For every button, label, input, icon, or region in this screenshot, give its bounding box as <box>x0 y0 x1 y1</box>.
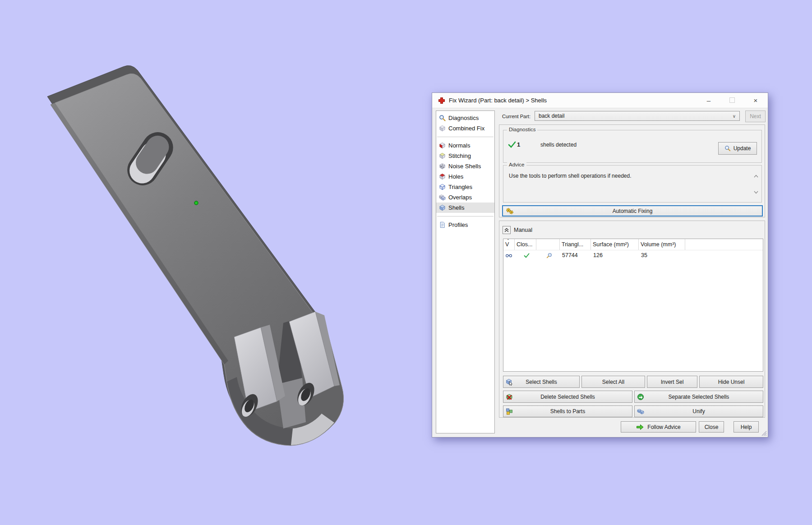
cubes-to-parts-icon <box>506 408 513 415</box>
shell-row[interactable]: 57744 126 35 <box>503 250 763 260</box>
scroll-up-icon[interactable] <box>753 173 759 179</box>
glasses-icon <box>506 253 512 258</box>
surface-value: 126 <box>591 252 639 258</box>
scroll-down-icon[interactable] <box>753 189 759 195</box>
sidebar-item-overlaps[interactable]: Overlaps <box>436 192 494 203</box>
sidebar-item-stitching[interactable]: Stitching <box>436 151 494 161</box>
triangles-value: 57744 <box>560 252 591 258</box>
check-icon <box>524 253 530 258</box>
sidebar-item-diagnostics[interactable]: Diagnostics <box>436 113 494 123</box>
sidebar-item-label: Triangles <box>448 184 472 190</box>
sidebar-item-triangles[interactable]: Triangles <box>436 182 494 192</box>
sidebar-item-label: Noise Shells <box>448 163 481 170</box>
advice-group-label: Advice <box>507 162 526 167</box>
automatic-fixing-label: Automatic Fixing <box>613 208 653 214</box>
sidebar-item-normals[interactable]: Normals <box>436 140 494 151</box>
column-header-inspect[interactable] <box>536 239 560 250</box>
document-icon <box>439 221 446 228</box>
sidebar-item-label: Stitching <box>448 152 471 159</box>
manual-label: Manual <box>514 227 532 233</box>
follow-advice-button[interactable]: Follow Advice <box>621 421 696 433</box>
close-window-button[interactable]: × <box>747 93 765 107</box>
cube-delete-icon <box>506 393 513 401</box>
cube-blue-icon <box>439 204 446 211</box>
cube-cursor-icon <box>506 378 513 386</box>
select-shells-label: Select Shells <box>526 379 557 385</box>
cube-stitch-icon <box>439 152 446 159</box>
sort-ascending-icon: ⌃ <box>507 239 510 243</box>
desktop: { "window": { "title": "Fix Wizard (Part… <box>0 0 812 525</box>
separate-selected-shells-button[interactable]: Separate Selected Shells <box>634 391 763 403</box>
double-chevron-up-icon <box>504 228 509 232</box>
table-header-row: ⌃ V Clos... Triangl... Surface (mm²) Vol… <box>503 239 763 250</box>
gears-icon <box>506 207 514 215</box>
automatic-fixing-button[interactable]: Automatic Fixing <box>502 205 763 216</box>
shells-to-parts-button[interactable]: Shells to Parts <box>503 405 632 417</box>
fix-wizard-dialog: Fix Wizard (Part: back detail) > Shells … <box>432 92 768 438</box>
minimize-button[interactable]: – <box>700 93 718 107</box>
cube-dots-icon <box>439 163 446 170</box>
sidebar-item-holes[interactable]: Holes <box>436 171 494 182</box>
hide-unselected-button[interactable]: Hide Unsel <box>699 376 763 388</box>
close-button[interactable]: Close <box>699 421 724 433</box>
advice-group: Advice Use the tools to perform shell op… <box>503 165 762 203</box>
fix-wizard-cross-icon <box>438 97 445 104</box>
cube-separate-icon <box>637 393 644 401</box>
diagnostics-group: Diagnostics 1 shells detected Update <box>503 130 762 163</box>
sidebar-item-label: Shells <box>448 204 464 211</box>
column-header-volume[interactable]: Volume (mm³) <box>639 239 685 250</box>
check-icon <box>508 141 516 148</box>
sidebar-item-profiles[interactable]: Profiles <box>436 220 494 230</box>
cube-red-face-icon <box>439 142 446 149</box>
column-header-triangles[interactable]: Triangl... <box>560 239 591 250</box>
sidebar-item-label: Profiles <box>448 221 468 228</box>
sidebar-item-noise-shells[interactable]: Noise Shells <box>436 161 494 171</box>
unify-cubes-icon <box>637 408 644 415</box>
sidebar-item-label: Normals <box>448 142 470 149</box>
maximize-icon <box>729 97 735 103</box>
collapse-manual-button[interactable] <box>503 226 511 234</box>
magnifier-icon[interactable] <box>546 253 552 258</box>
diagnostics-message: shells detected <box>540 142 577 148</box>
current-part-value: back detail <box>539 113 564 119</box>
column-header-closed[interactable]: Clos... <box>515 239 536 250</box>
invert-selection-button[interactable]: Invert Sel <box>647 376 697 388</box>
automatic-section: Diagnostics 1 shells detected Update Adv… <box>499 124 765 217</box>
cube-red-top-icon <box>439 173 446 180</box>
resize-grip[interactable] <box>761 430 767 436</box>
sidebar-item-label: Diagnostics <box>448 115 479 121</box>
column-header-visible[interactable]: ⌃ V <box>503 239 515 250</box>
column-header-surface[interactable]: Surface (mm²) <box>591 239 639 250</box>
sidebar-item-shells[interactable]: Shells <box>436 203 494 213</box>
3d-model-back-detail <box>47 65 344 446</box>
sidebar-item-label: Combined Fix <box>448 125 484 132</box>
help-button[interactable]: Help <box>734 421 759 433</box>
shell-marker-dot <box>194 201 198 205</box>
sidebar-item-label: Holes <box>448 173 463 180</box>
sidebar-separator <box>437 137 494 137</box>
shell-count: 1 <box>517 141 520 148</box>
cubes-overlap-icon <box>439 194 446 201</box>
current-part-label: Current Part: <box>502 114 531 119</box>
column-header-spacer <box>685 239 763 250</box>
delete-selected-shells-button[interactable]: Delete Selected Shells <box>503 391 632 403</box>
maximize-button[interactable] <box>723 93 741 107</box>
current-part-dropdown[interactable]: back detail ∨ <box>535 111 740 121</box>
select-all-button[interactable]: Select All <box>581 376 645 388</box>
sidebar-item-label: Overlaps <box>448 194 472 201</box>
magnifier-icon <box>724 145 731 152</box>
next-button[interactable]: Next <box>745 111 766 122</box>
chevron-down-icon: ∨ <box>733 114 736 119</box>
wizard-step-list: Diagnostics Combined Fix Normals Stitchi… <box>436 111 495 433</box>
volume-value: 35 <box>639 252 685 258</box>
advice-text: Use the tools to perform shell operation… <box>509 173 632 179</box>
cube-wireframe-icon <box>439 184 446 190</box>
update-button[interactable]: Update <box>718 142 757 155</box>
select-shells-button[interactable]: Select Shells <box>503 376 580 388</box>
unify-button[interactable]: Unify <box>634 405 763 417</box>
sidebar-item-combined-fix[interactable]: Combined Fix <box>436 123 494 134</box>
manual-section: Manual ⌃ V Clos... Triangl... Surface (m… <box>499 221 765 418</box>
update-label: Update <box>734 145 751 152</box>
cube-icon <box>439 125 446 132</box>
window-title: Fix Wizard (Part: back detail) > Shells <box>449 97 547 104</box>
